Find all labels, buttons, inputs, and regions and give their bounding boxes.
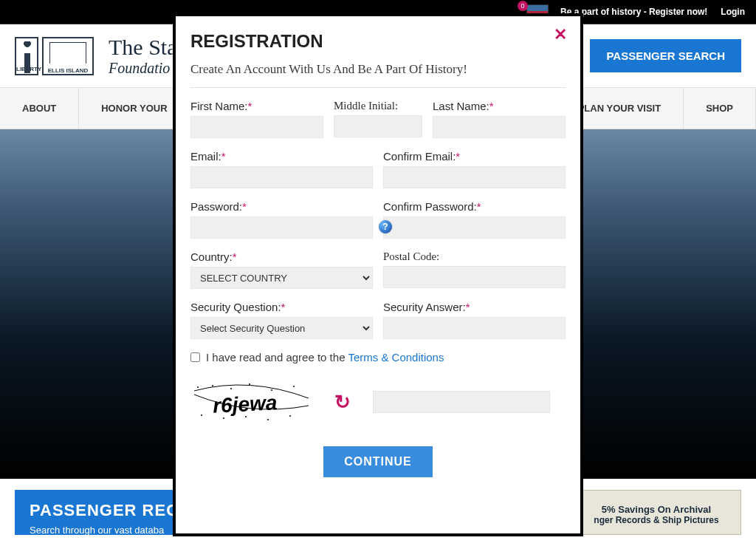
refresh-icon[interactable]: ↻ bbox=[334, 391, 351, 414]
modal-subtitle: Create An Account With Us And Be A Part … bbox=[190, 62, 566, 77]
country-select[interactable]: SELECT COUNTRY bbox=[190, 267, 373, 289]
terms-link[interactable]: Terms & Conditions bbox=[348, 351, 444, 364]
security-question-select[interactable]: Select Security Question bbox=[190, 317, 373, 339]
svg-point-10 bbox=[289, 415, 291, 417]
confirm-email-label: Confirm Email:* bbox=[383, 150, 566, 163]
security-answer-input[interactable] bbox=[383, 317, 566, 339]
continue-button[interactable]: CONTINUE bbox=[323, 446, 433, 477]
divider bbox=[190, 87, 566, 88]
svg-point-3 bbox=[249, 383, 250, 385]
svg-point-9 bbox=[267, 419, 269, 420]
svg-text:r6jewa: r6jewa bbox=[212, 391, 278, 417]
terms-text: I have read and agree to the Terms & Con… bbox=[206, 351, 444, 364]
modal-overlay: ✕ REGISTRATION Create An Account With Us… bbox=[0, 0, 756, 546]
registration-form: First Name:* Middle Initial: Last Name:* bbox=[190, 100, 566, 477]
confirm-password-label: Confirm Password:* bbox=[383, 200, 566, 214]
password-input[interactable] bbox=[190, 216, 373, 239]
help-icon[interactable]: ? bbox=[379, 220, 392, 233]
svg-point-2 bbox=[230, 388, 232, 389]
security-question-label: Security Question:* bbox=[190, 301, 373, 314]
terms-checkbox[interactable] bbox=[190, 352, 200, 362]
middle-initial-input[interactable] bbox=[334, 115, 422, 137]
captcha-input[interactable] bbox=[373, 391, 550, 413]
security-answer-label: Security Answer:* bbox=[383, 301, 566, 314]
svg-point-0 bbox=[197, 386, 199, 388]
close-icon[interactable]: ✕ bbox=[554, 27, 567, 43]
last-name-label: Last Name:* bbox=[433, 100, 566, 113]
first-name-input[interactable] bbox=[190, 116, 323, 138]
email-input[interactable] bbox=[190, 166, 373, 188]
country-label: Country:* bbox=[190, 250, 373, 264]
svg-point-7 bbox=[223, 417, 224, 419]
middle-initial-label: Middle Initial: bbox=[334, 100, 422, 112]
svg-point-8 bbox=[245, 416, 247, 417]
captcha-image: r6jewa bbox=[190, 380, 312, 424]
last-name-input[interactable] bbox=[433, 116, 566, 138]
first-name-label: First Name:* bbox=[190, 100, 323, 113]
svg-point-1 bbox=[212, 385, 213, 386]
svg-point-6 bbox=[201, 414, 202, 416]
modal-title: REGISTRATION bbox=[190, 31, 566, 52]
password-label: Password:* bbox=[190, 200, 373, 214]
postal-input[interactable] bbox=[383, 266, 566, 288]
registration-modal: ✕ REGISTRATION Create An Account With Us… bbox=[173, 13, 583, 536]
confirm-email-input[interactable] bbox=[383, 166, 566, 188]
svg-point-5 bbox=[293, 386, 295, 387]
postal-label: Postal Code: bbox=[383, 250, 566, 263]
confirm-password-input[interactable] bbox=[383, 216, 566, 239]
email-label: Email:* bbox=[190, 150, 373, 163]
